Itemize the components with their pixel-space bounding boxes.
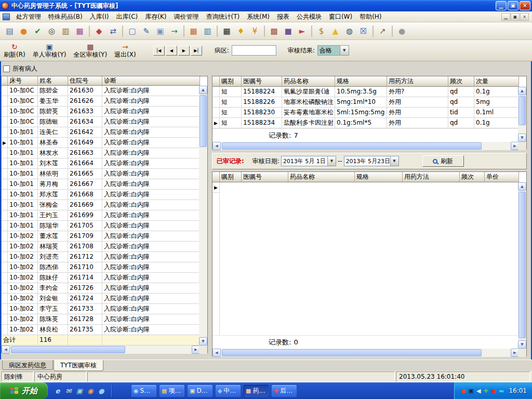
patient-row[interactable]: 10-加02 刘进亮 261712 入院诊断:白内障 — [2, 252, 200, 262]
patient-row[interactable]: 10-加01 林依明 261665 入院诊断:白内障 — [2, 169, 200, 179]
patient-row[interactable]: 10-加0C 陈碧金 261630 入院诊断:白内障 — [2, 86, 200, 96]
menu-item[interactable]: 查询统计(T) — [203, 11, 244, 22]
barcode-icon[interactable]: ▦ — [220, 24, 233, 37]
minimize-button[interactable]: ▁ — [496, 1, 507, 10]
order-row[interactable]: 短 15188224 氧氟沙星眼膏(迪 10.5mg:3.5g 外用? qd 0… — [212, 87, 519, 97]
exit-button[interactable]: → 退出(X) — [111, 41, 140, 60]
scroll-thumb[interactable] — [518, 96, 526, 125]
date-from-picker[interactable]: 2013年 5月 1日 ▼ — [281, 156, 336, 166]
table-icon[interactable]: ▥ — [201, 24, 214, 37]
network-icon[interactable]: ▬ — [499, 388, 504, 394]
send-doc-icon[interactable]: → — [168, 24, 181, 37]
patient-row[interactable]: 10-加01 王灼玉 261699 入院诊断:白内障 — [2, 210, 200, 221]
stop-icon[interactable]: ■ — [491, 388, 496, 394]
patient-grid-vscrollbar[interactable]: ▲ ▼ — [199, 86, 207, 345]
qq-icon[interactable]: ● — [97, 386, 106, 395]
scroll-left-button[interactable]: ◀ — [2, 345, 10, 354]
bell-icon[interactable]: ♦ — [234, 24, 247, 37]
patient-row[interactable]: 10-加02 刘金银 261724 入院诊断:白内障 — [2, 294, 200, 304]
search-icon[interactable]: ◍ — [343, 24, 356, 37]
column-header-unit-price[interactable]: 单价 — [485, 172, 519, 182]
restore-button[interactable]: ▣ — [508, 1, 518, 10]
ie-icon[interactable]: e — [53, 386, 62, 395]
column-header-usage[interactable]: 用药方法 — [387, 76, 448, 87]
patient-row[interactable]: 10-加02 董水莲 261709 入院诊断:白内障 — [2, 231, 200, 242]
patient-row[interactable]: 10-加02 李守玉 261733 入院诊断:白内障 — [2, 304, 200, 314]
monitor-icon[interactable]: ▣ — [469, 388, 474, 394]
scroll-thumb[interactable] — [11, 346, 125, 353]
scroll-up-button[interactable]: ▲ — [518, 182, 526, 191]
chevron-down-icon[interactable]: ▼ — [390, 156, 398, 166]
task-s[interactable]: ◉ S… — [131, 384, 157, 397]
patient-row[interactable]: 10-加02 林良松 261735 入院诊断:白内障 — [2, 325, 200, 335]
column-header-admission[interactable]: 住院号 — [68, 76, 102, 86]
menu-item[interactable]: 帮助(H) — [356, 11, 385, 22]
task-zhong[interactable]: ◆ 中… — [215, 384, 241, 397]
scroll-thumb[interactable] — [518, 192, 526, 338]
menu-item[interactable]: 出库(C) — [113, 11, 142, 22]
patient-row[interactable]: 10-加01 刘木莲 261664 入院诊断:白内障 — [2, 158, 200, 169]
task-yao[interactable]: ■ 药… — [243, 384, 269, 397]
column-header-drug-name[interactable]: 药品名称 — [282, 76, 335, 87]
order-row[interactable]: 短 15188230 妥布霉素地塞米松 5ml:15mg:5mg 外用 tid … — [212, 108, 519, 118]
order-row[interactable]: 短 15188226 地塞米松磷酸钠注 5mg:1ml*10 外用 qd 5mg — [212, 97, 519, 108]
scroll-left-button[interactable]: ◀ — [212, 142, 221, 150]
close-box-icon[interactable]: ☒ — [357, 24, 370, 37]
reviewed-grid-vscrollbar[interactable]: ▲ ▼ — [518, 182, 526, 349]
nav-button[interactable]: ◀ — [166, 46, 177, 56]
tools-icon[interactable]: ► — [296, 24, 309, 37]
nav-button[interactable]: ▶ — [178, 46, 190, 56]
column-header-spec[interactable]: 规格 — [355, 172, 403, 182]
orders-grid-vscrollbar[interactable]: ▲ ▼ — [518, 87, 526, 142]
chevron-down-icon[interactable]: ▼ — [327, 156, 336, 166]
patient-row[interactable]: 10-加0C 陈德银 261634 入院诊断:白内障 — [2, 117, 200, 127]
approve-icon[interactable]: ✔ — [31, 24, 44, 37]
column-header-order-no[interactable]: 医嘱号 — [242, 76, 282, 87]
scroll-thumb[interactable] — [222, 349, 482, 356]
new-doc-icon[interactable]: ▢ — [126, 24, 139, 37]
scroll-down-button[interactable]: ▼ — [199, 337, 207, 345]
all-patients-checkbox[interactable] — [3, 65, 10, 72]
date-to-picker[interactable]: 2013年 5月23日 ▼ — [344, 156, 399, 166]
scroll-up-button[interactable]: ▲ — [518, 87, 526, 95]
patient-row[interactable]: 10-加0C 陈碧英 261633 入院诊断:白内障 — [2, 107, 200, 117]
task-d[interactable]: ▣ D… — [187, 384, 213, 397]
patient-row[interactable]: 10-加02 林瑞英 261708 入院诊断:白内障 — [2, 242, 200, 252]
patient-row[interactable]: 10-加01 陈瑞华 261705 入院诊断:白内障 — [2, 221, 200, 231]
nav-button[interactable]: |◀ — [153, 46, 165, 56]
audit-icon[interactable]: ◆ — [92, 24, 105, 37]
mdi-minimize-button[interactable]: ▁ — [501, 13, 510, 21]
column-header-order-type[interactable]: 嘱别 — [220, 76, 242, 87]
parcel-icon[interactable]: ▩ — [268, 24, 281, 37]
scroll-down-button[interactable]: ▼ — [518, 340, 526, 349]
binoculars-icon[interactable]: ◎ — [45, 24, 58, 37]
nav-button[interactable]: ▶| — [191, 46, 202, 56]
column-header-spec[interactable]: 规格 — [335, 76, 387, 87]
patient-row[interactable]: 10-加01 蒋月梅 261667 入院诊断:白内障 — [2, 179, 200, 190]
scroll-left-button[interactable]: ◀ — [212, 349, 221, 357]
result-combo[interactable]: 合格 ▼ — [317, 45, 349, 56]
torch-icon[interactable]: ▲ — [329, 24, 342, 37]
mail-icon[interactable]: ✉ — [64, 386, 73, 395]
menu-item[interactable]: 库存(K) — [141, 11, 170, 22]
patient-grid-hscrollbar[interactable]: ◀ ▶ — [2, 345, 200, 354]
column-header-bed[interactable]: 床号 — [8, 76, 38, 86]
desktop-icon[interactable]: ▣ — [75, 386, 84, 395]
sphere-icon[interactable]: ● — [395, 24, 408, 37]
column-header-dose[interactable]: 次量 — [474, 76, 519, 87]
menu-item[interactable]: 系统(M) — [243, 11, 273, 22]
column-header-frequency[interactable]: 频次 — [460, 172, 485, 182]
patient-row[interactable]: 10-加02 李灼金 261726 入院诊断:白内障 — [2, 283, 200, 294]
start-button[interactable]: 开始 — [0, 382, 48, 399]
edit-check-icon[interactable]: ✎ — [140, 24, 153, 37]
copy-doc-icon[interactable]: ▣ — [154, 24, 167, 37]
patient-row[interactable]: 10-加01 郑水莲 261668 入院诊断:白内障 — [2, 190, 200, 200]
column-header-frequency[interactable]: 频次 — [448, 76, 474, 87]
reviewed-grid-hscrollbar[interactable]: ◀ ▶ — [212, 349, 519, 357]
single-audit-button[interactable]: ▣ 单人审核(Y) — [29, 41, 70, 60]
player-icon[interactable]: ◉ — [86, 386, 95, 395]
menu-item[interactable]: 调价管理 — [170, 11, 203, 22]
column-header-drug-name[interactable]: 药品名称 — [288, 172, 355, 182]
ledger-icon[interactable]: ▥ — [59, 24, 72, 37]
scroll-down-button[interactable]: ▼ — [518, 134, 526, 142]
